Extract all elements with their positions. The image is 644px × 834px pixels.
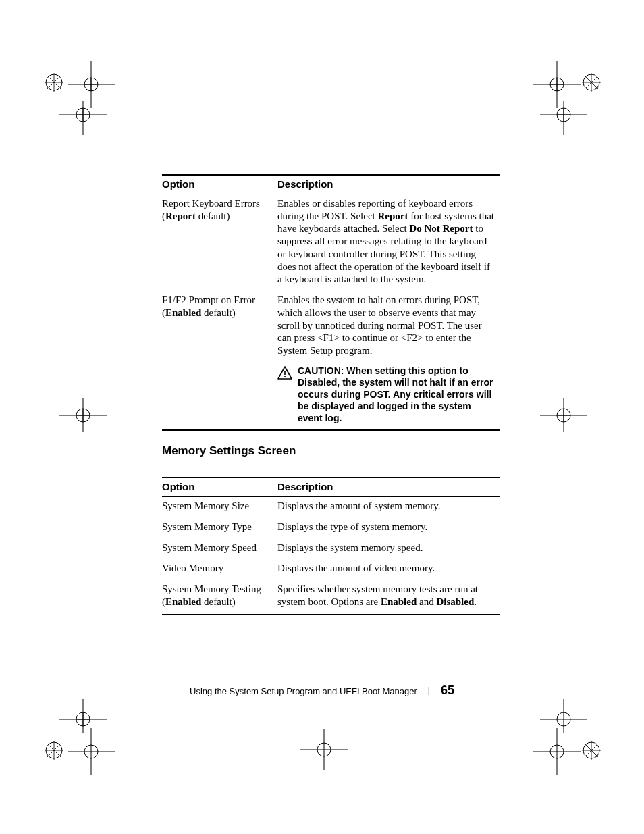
col-option: Option — [162, 175, 277, 194]
option-cell: System Memory Testing(Enabled default) — [162, 580, 277, 615]
reg-mark-cross — [540, 398, 587, 432]
reg-mark-cross — [533, 61, 581, 108]
caution-row: CAUTION: When setting this option to Dis… — [162, 363, 500, 431]
option-cell: F1/F2 Prompt on Error(Enabled default) — [162, 291, 277, 363]
svg-line-48 — [47, 744, 61, 757]
reg-mark-cross — [533, 728, 581, 775]
reg-mark-cross — [59, 699, 107, 733]
svg-point-0 — [46, 74, 62, 90]
option-cell: System Memory Size — [162, 497, 277, 518]
table-row: System Memory Size Displays the amount o… — [162, 497, 500, 518]
footer-chapter: Using the System Setup Program and UEFI … — [190, 686, 417, 696]
svg-line-66 — [585, 744, 598, 757]
reg-mark-rosette — [43, 739, 65, 761]
reg-mark-rosette — [581, 739, 602, 761]
description-cell: Displays the type of system memory. — [277, 518, 500, 539]
reg-mark-cross — [68, 728, 115, 775]
svg-point-45 — [46, 742, 62, 758]
svg-line-65 — [585, 744, 598, 757]
svg-line-18 — [585, 76, 598, 89]
svg-point-58 — [557, 712, 570, 726]
svg-point-12 — [76, 108, 90, 122]
svg-point-52 — [84, 745, 98, 758]
option-cell: Video Memory — [162, 559, 277, 580]
svg-point-62 — [583, 742, 599, 758]
description-cell: Displays the amount of system memory. — [277, 497, 500, 518]
reg-mark-cross — [68, 61, 115, 108]
description-cell: Displays the amount of video memory. — [277, 559, 500, 580]
svg-line-4 — [47, 76, 61, 89]
col-option: Option — [162, 477, 277, 496]
reg-mark-cross — [540, 101, 587, 135]
reg-mark-cross — [59, 101, 107, 135]
reg-mark-cross — [59, 398, 107, 432]
option-cell: System Memory Speed — [162, 539, 277, 560]
caution-block: CAUTION: When setting this option to Dis… — [277, 365, 497, 425]
svg-point-27 — [557, 108, 570, 122]
footer-separator: | — [428, 685, 430, 695]
description-cell: Enables the system to halt on errors dur… — [277, 291, 500, 363]
svg-line-3 — [47, 76, 61, 89]
svg-point-61 — [550, 745, 564, 758]
svg-line-19 — [585, 76, 598, 89]
reg-mark-rosette — [581, 72, 602, 93]
reg-mark-rosette — [43, 72, 65, 93]
svg-line-49 — [47, 744, 61, 757]
svg-point-55 — [317, 743, 331, 756]
caution-icon — [277, 365, 292, 383]
reg-mark-cross — [300, 729, 348, 770]
section-heading: Memory Settings Screen — [162, 444, 500, 458]
options-table-2: Option Description System Memory Size Di… — [162, 477, 500, 615]
table-row: Report Keyboard Errors(Report default) E… — [162, 194, 500, 291]
page-footer: Using the System Setup Program and UEFI … — [0, 683, 644, 698]
option-cell: System Memory Type — [162, 518, 277, 539]
svg-point-32 — [76, 409, 90, 422]
caution-text: CAUTION: When setting this option to Dis… — [298, 365, 497, 425]
table-row: System Memory Type Displays the type of … — [162, 518, 500, 539]
description-cell: Displays the system memory speed. — [277, 539, 500, 560]
table-row: Video Memory Displays the amount of vide… — [162, 559, 500, 580]
col-description: Description — [277, 477, 500, 496]
description-cell: Specifies whether system memory tests ar… — [277, 580, 500, 615]
col-description: Description — [277, 175, 500, 194]
svg-point-37 — [557, 409, 570, 422]
svg-point-69 — [284, 376, 286, 377]
options-table-1: Option Description Report Keyboard Error… — [162, 174, 500, 431]
option-cell: Report Keyboard Errors(Report default) — [162, 194, 277, 291]
svg-point-15 — [583, 74, 599, 90]
svg-point-7 — [84, 78, 98, 91]
table-row: System Memory Testing(Enabled default) S… — [162, 580, 500, 615]
table-row: F1/F2 Prompt on Error(Enabled default) E… — [162, 291, 500, 363]
description-cell: Enables or disables reporting of keyboar… — [277, 194, 500, 291]
svg-point-22 — [550, 78, 564, 91]
reg-mark-cross — [540, 699, 587, 733]
svg-point-42 — [76, 712, 90, 726]
table-row: System Memory Speed Displays the system … — [162, 539, 500, 560]
footer-page-number: 65 — [441, 683, 454, 697]
